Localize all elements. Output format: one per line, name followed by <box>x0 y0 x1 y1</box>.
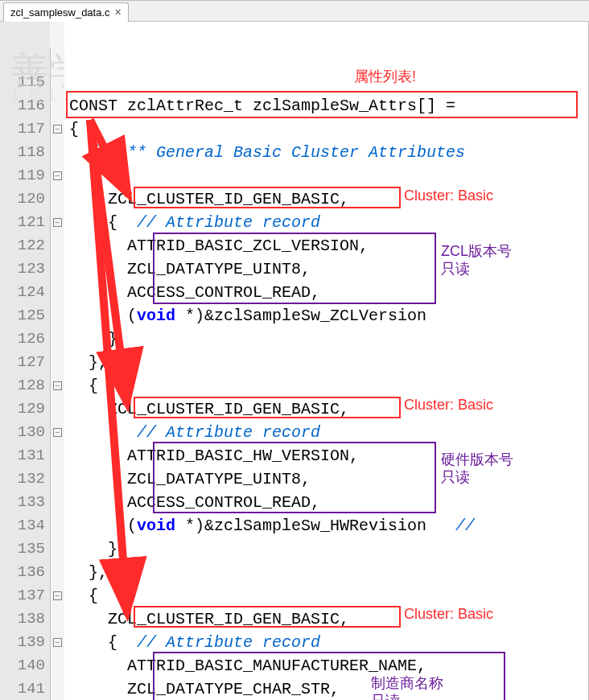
line-number <box>0 47 50 71</box>
code-line[interactable]: // *** General Basic Cluster Attributes <box>64 141 588 164</box>
fold-column[interactable]: −−−−−−− <box>50 22 64 700</box>
fold-cell <box>50 514 64 537</box>
code-line[interactable]: } <box>64 537 588 561</box>
code-line[interactable]: ZCL_DATATYPE_UINT8, <box>64 257 588 281</box>
close-icon[interactable]: ✕ <box>113 8 123 18</box>
code-line[interactable]: }, <box>64 561 588 584</box>
editor-area: 善学坊 1 0 1 学 习 平 台 1151161171181191201211… <box>0 22 589 700</box>
code-line[interactable]: ZCL_DATATYPE_UINT8, <box>64 467 588 491</box>
line-number: 126 <box>0 327 50 351</box>
code-line[interactable]: { <box>64 374 588 397</box>
line-number: 120 <box>0 187 50 211</box>
code-line[interactable]: ATTRID_BASIC_MANUFACTURER_NAME, <box>64 654 588 677</box>
fold-cell <box>50 444 64 467</box>
fold-cell <box>50 281 64 304</box>
line-number: 134 <box>0 514 50 537</box>
code-line[interactable]: ZCL_CLUSTER_ID_GEN_BASIC, <box>64 397 588 421</box>
fold-minus-icon[interactable]: − <box>53 125 62 134</box>
line-number: 121 <box>0 211 50 234</box>
fold-cell[interactable]: − <box>50 164 64 187</box>
file-tab[interactable]: zcl_samplesw_data.c ✕ <box>3 2 129 22</box>
code-line[interactable]: { // Attribute record <box>64 631 588 654</box>
line-number: 137 <box>0 584 50 607</box>
fold-cell <box>50 537 64 561</box>
tab-bar: zcl_samplesw_data.c ✕ <box>0 1 589 22</box>
fold-cell <box>50 47 64 71</box>
code-line[interactable]: ZCL_CLUSTER_ID_GEN_BASIC, <box>64 607 588 631</box>
line-number: 125 <box>0 304 50 327</box>
line-number: 127 <box>0 351 50 374</box>
fold-minus-icon[interactable]: − <box>53 428 62 437</box>
line-number: 130 <box>0 421 50 444</box>
fold-cell <box>50 397 64 421</box>
fold-minus-icon[interactable]: − <box>53 218 62 227</box>
code-line[interactable]: }, <box>64 351 588 374</box>
line-number: 128 <box>0 374 50 397</box>
line-number: 138 <box>0 607 50 631</box>
fold-cell <box>50 677 64 700</box>
tab-filename: zcl_samplesw_data.c <box>10 6 110 19</box>
line-number: 116 <box>0 94 50 117</box>
line-number: 117 <box>0 117 50 141</box>
fold-cell <box>50 94 64 117</box>
fold-cell[interactable]: − <box>50 584 64 607</box>
code-line[interactable] <box>64 71 588 94</box>
fold-cell <box>50 141 64 164</box>
line-number: 141 <box>0 677 50 700</box>
fold-minus-icon[interactable]: − <box>53 171 62 180</box>
line-number: 133 <box>0 491 50 514</box>
fold-cell <box>50 561 64 584</box>
fold-cell <box>50 71 64 94</box>
code-line[interactable]: { <box>64 584 588 607</box>
line-number: 122 <box>0 234 50 257</box>
fold-cell <box>50 491 64 514</box>
fold-cell[interactable]: − <box>50 117 64 141</box>
line-number: 118 <box>0 141 50 164</box>
line-number: 129 <box>0 397 50 421</box>
fold-cell <box>50 234 64 257</box>
code-line[interactable]: { // Attribute record <box>64 421 588 444</box>
code-line[interactable]: ATTRID_BASIC_HW_VERSION, <box>64 444 588 467</box>
code-line[interactable]: (void *)&zclSampleSw_HWRevision // <box>64 514 588 537</box>
code-line[interactable]: } <box>64 327 588 351</box>
line-number-gutter: 1151161171181191201211221231241251261271… <box>0 22 50 700</box>
line-number: 139 <box>0 631 50 654</box>
code-line[interactable]: ZCL_DATATYPE_CHAR_STR, <box>64 677 588 700</box>
fold-minus-icon[interactable]: − <box>53 591 62 600</box>
line-number: 135 <box>0 537 50 561</box>
line-number: 124 <box>0 281 50 304</box>
code-line[interactable]: { <box>64 164 588 187</box>
line-number: 115 <box>0 71 50 94</box>
fold-cell <box>50 467 64 491</box>
fold-cell <box>50 304 64 327</box>
fold-cell <box>50 607 64 631</box>
code-line[interactable]: ZCL_CLUSTER_ID_GEN_BASIC, <box>64 187 588 211</box>
line-number: 140 <box>0 654 50 677</box>
fold-cell <box>50 187 64 211</box>
fold-cell <box>50 257 64 281</box>
code-line[interactable]: CONST zclAttrRec_t zclSampleSw_Attrs[] = <box>64 94 588 117</box>
fold-minus-icon[interactable]: − <box>53 638 62 647</box>
fold-cell <box>50 351 64 374</box>
line-number: 132 <box>0 467 50 491</box>
code-line[interactable] <box>64 47 588 71</box>
code-line[interactable]: ACCESS_CONTROL_READ, <box>64 281 588 304</box>
code-line[interactable]: ACCESS_CONTROL_READ, <box>64 491 588 514</box>
fold-minus-icon[interactable]: − <box>53 381 62 390</box>
fold-cell[interactable]: − <box>50 631 64 654</box>
line-number: 123 <box>0 257 50 281</box>
fold-cell[interactable]: − <box>50 374 64 397</box>
fold-cell <box>50 327 64 351</box>
line-number: 131 <box>0 444 50 467</box>
fold-cell[interactable]: − <box>50 421 64 444</box>
line-number: 136 <box>0 561 50 584</box>
line-number: 119 <box>0 164 50 187</box>
code-line[interactable]: (void *)&zclSampleSw_ZCLVersion <box>64 304 588 327</box>
fold-cell[interactable]: − <box>50 211 64 234</box>
code-content[interactable]: CONST zclAttrRec_t zclSampleSw_Attrs[] =… <box>64 22 588 700</box>
code-line[interactable]: ATTRID_BASIC_ZCL_VERSION, <box>64 234 588 257</box>
fold-cell <box>50 654 64 677</box>
code-line[interactable]: { // Attribute record <box>64 211 588 234</box>
code-line[interactable]: { <box>64 117 588 141</box>
